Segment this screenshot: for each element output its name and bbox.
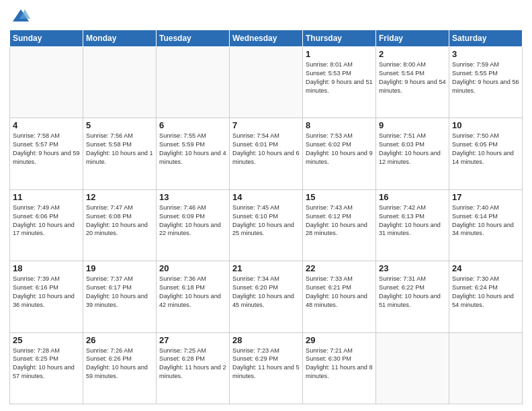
day-number: 24 <box>452 263 519 273</box>
day-number: 14 <box>232 192 300 202</box>
day-cell: 20Sunrise: 7:36 AM Sunset: 6:18 PM Dayli… <box>157 261 230 332</box>
day-cell: 17Sunrise: 7:40 AM Sunset: 6:14 PM Dayli… <box>449 189 523 261</box>
calendar-body: 1Sunrise: 8:01 AM Sunset: 5:53 PM Daylig… <box>10 47 523 404</box>
day-info: Sunrise: 7:50 AM Sunset: 6:05 PM Dayligh… <box>452 132 519 167</box>
day-info: Sunrise: 7:31 AM Sunset: 6:22 PM Dayligh… <box>379 275 446 310</box>
day-info: Sunrise: 7:55 AM Sunset: 5:59 PM Dayligh… <box>159 132 226 167</box>
day-cell: 16Sunrise: 7:42 AM Sunset: 6:13 PM Dayli… <box>376 189 449 261</box>
day-info: Sunrise: 7:51 AM Sunset: 6:03 PM Dayligh… <box>379 132 446 167</box>
day-cell: 3Sunrise: 7:59 AM Sunset: 5:55 PM Daylig… <box>449 47 523 118</box>
day-number: 11 <box>13 192 80 202</box>
day-number: 6 <box>159 120 226 130</box>
day-cell: 8Sunrise: 7:53 AM Sunset: 6:02 PM Daylig… <box>303 118 376 189</box>
day-number: 25 <box>13 335 80 345</box>
day-cell: 2Sunrise: 8:00 AM Sunset: 5:54 PM Daylig… <box>376 47 449 118</box>
day-cell: 6Sunrise: 7:55 AM Sunset: 5:59 PM Daylig… <box>157 118 230 189</box>
day-number: 1 <box>306 49 373 59</box>
day-cell <box>83 47 157 118</box>
day-cell: 27Sunrise: 7:25 AM Sunset: 6:28 PM Dayli… <box>157 332 230 404</box>
day-info: Sunrise: 7:25 AM Sunset: 6:28 PM Dayligh… <box>159 347 226 381</box>
day-info: Sunrise: 7:58 AM Sunset: 5:57 PM Dayligh… <box>13 132 80 167</box>
day-info: Sunrise: 7:49 AM Sunset: 6:06 PM Dayligh… <box>13 203 80 238</box>
day-info: Sunrise: 7:33 AM Sunset: 6:21 PM Dayligh… <box>306 275 373 310</box>
day-cell <box>376 332 449 404</box>
day-number: 20 <box>159 263 226 273</box>
day-number: 27 <box>159 335 226 345</box>
day-info: Sunrise: 7:54 AM Sunset: 6:01 PM Dayligh… <box>232 132 300 167</box>
day-cell: 1Sunrise: 8:01 AM Sunset: 5:53 PM Daylig… <box>303 47 376 118</box>
week-row-4: 25Sunrise: 7:28 AM Sunset: 6:25 PM Dayli… <box>10 332 523 404</box>
day-cell: 21Sunrise: 7:34 AM Sunset: 6:20 PM Dayli… <box>230 261 303 332</box>
day-number: 10 <box>452 120 519 130</box>
day-info: Sunrise: 7:37 AM Sunset: 6:17 PM Dayligh… <box>86 275 153 310</box>
day-number: 21 <box>232 263 300 273</box>
day-number: 18 <box>13 263 80 273</box>
day-cell <box>230 47 303 118</box>
week-row-3: 18Sunrise: 7:39 AM Sunset: 6:16 PM Dayli… <box>10 261 523 332</box>
days-header-row: SundayMondayTuesdayWednesdayThursdayFrid… <box>10 30 523 47</box>
day-info: Sunrise: 7:39 AM Sunset: 6:16 PM Dayligh… <box>13 275 80 310</box>
day-cell: 11Sunrise: 7:49 AM Sunset: 6:06 PM Dayli… <box>10 189 83 261</box>
day-header-saturday: Saturday <box>449 30 523 47</box>
logo <box>9 7 30 26</box>
day-cell: 9Sunrise: 7:51 AM Sunset: 6:03 PM Daylig… <box>376 118 449 189</box>
day-info: Sunrise: 7:59 AM Sunset: 5:55 PM Dayligh… <box>452 60 519 95</box>
logo-icon <box>11 7 30 26</box>
day-cell: 18Sunrise: 7:39 AM Sunset: 6:16 PM Dayli… <box>10 261 83 332</box>
day-number: 13 <box>159 192 226 202</box>
day-number: 5 <box>86 120 153 130</box>
day-cell: 25Sunrise: 7:28 AM Sunset: 6:25 PM Dayli… <box>10 332 83 404</box>
day-number: 22 <box>306 263 373 273</box>
day-cell: 10Sunrise: 7:50 AM Sunset: 6:05 PM Dayli… <box>449 118 523 189</box>
day-info: Sunrise: 7:23 AM Sunset: 6:29 PM Dayligh… <box>232 347 300 381</box>
day-cell: 28Sunrise: 7:23 AM Sunset: 6:29 PM Dayli… <box>230 332 303 404</box>
day-info: Sunrise: 7:45 AM Sunset: 6:10 PM Dayligh… <box>232 203 300 238</box>
day-number: 3 <box>452 49 519 59</box>
day-cell: 23Sunrise: 7:31 AM Sunset: 6:22 PM Dayli… <box>376 261 449 332</box>
day-number: 9 <box>379 120 446 130</box>
day-number: 29 <box>306 335 373 345</box>
day-number: 23 <box>379 263 446 273</box>
day-info: Sunrise: 7:30 AM Sunset: 6:24 PM Dayligh… <box>452 275 519 310</box>
day-number: 4 <box>13 120 80 130</box>
day-cell: 13Sunrise: 7:46 AM Sunset: 6:09 PM Dayli… <box>157 189 230 261</box>
day-info: Sunrise: 7:56 AM Sunset: 5:58 PM Dayligh… <box>86 132 153 167</box>
day-info: Sunrise: 7:26 AM Sunset: 6:26 PM Dayligh… <box>86 347 153 381</box>
day-info: Sunrise: 7:40 AM Sunset: 6:14 PM Dayligh… <box>452 203 519 238</box>
day-number: 7 <box>232 120 300 130</box>
day-number: 12 <box>86 192 153 202</box>
day-cell: 5Sunrise: 7:56 AM Sunset: 5:58 PM Daylig… <box>83 118 157 189</box>
day-header-tuesday: Tuesday <box>157 30 230 47</box>
day-info: Sunrise: 7:46 AM Sunset: 6:09 PM Dayligh… <box>159 203 226 238</box>
day-cell: 22Sunrise: 7:33 AM Sunset: 6:21 PM Dayli… <box>303 261 376 332</box>
day-info: Sunrise: 7:28 AM Sunset: 6:25 PM Dayligh… <box>13 347 80 381</box>
week-row-2: 11Sunrise: 7:49 AM Sunset: 6:06 PM Dayli… <box>10 189 523 261</box>
day-header-monday: Monday <box>83 30 157 47</box>
day-info: Sunrise: 7:53 AM Sunset: 6:02 PM Dayligh… <box>306 132 373 167</box>
day-header-friday: Friday <box>376 30 449 47</box>
calendar-table: SundayMondayTuesdayWednesdayThursdayFrid… <box>9 30 523 404</box>
day-number: 15 <box>306 192 373 202</box>
day-cell: 26Sunrise: 7:26 AM Sunset: 6:26 PM Dayli… <box>83 332 157 404</box>
day-number: 16 <box>379 192 446 202</box>
day-cell: 14Sunrise: 7:45 AM Sunset: 6:10 PM Dayli… <box>230 189 303 261</box>
day-info: Sunrise: 8:00 AM Sunset: 5:54 PM Dayligh… <box>379 60 446 95</box>
day-number: 28 <box>232 335 300 345</box>
day-number: 8 <box>306 120 373 130</box>
day-info: Sunrise: 7:36 AM Sunset: 6:18 PM Dayligh… <box>159 275 226 310</box>
day-number: 26 <box>86 335 153 345</box>
day-number: 17 <box>452 192 519 202</box>
day-info: Sunrise: 7:43 AM Sunset: 6:12 PM Dayligh… <box>306 203 373 238</box>
day-info: Sunrise: 8:01 AM Sunset: 5:53 PM Dayligh… <box>306 60 373 95</box>
day-cell <box>10 47 83 118</box>
day-cell: 7Sunrise: 7:54 AM Sunset: 6:01 PM Daylig… <box>230 118 303 189</box>
day-header-thursday: Thursday <box>303 30 376 47</box>
week-row-1: 4Sunrise: 7:58 AM Sunset: 5:57 PM Daylig… <box>10 118 523 189</box>
day-number: 19 <box>86 263 153 273</box>
day-info: Sunrise: 7:42 AM Sunset: 6:13 PM Dayligh… <box>379 203 446 238</box>
day-info: Sunrise: 7:47 AM Sunset: 6:08 PM Dayligh… <box>86 203 153 238</box>
week-row-0: 1Sunrise: 8:01 AM Sunset: 5:53 PM Daylig… <box>10 47 523 118</box>
day-cell: 4Sunrise: 7:58 AM Sunset: 5:57 PM Daylig… <box>10 118 83 189</box>
day-header-wednesday: Wednesday <box>230 30 303 47</box>
day-cell: 19Sunrise: 7:37 AM Sunset: 6:17 PM Dayli… <box>83 261 157 332</box>
